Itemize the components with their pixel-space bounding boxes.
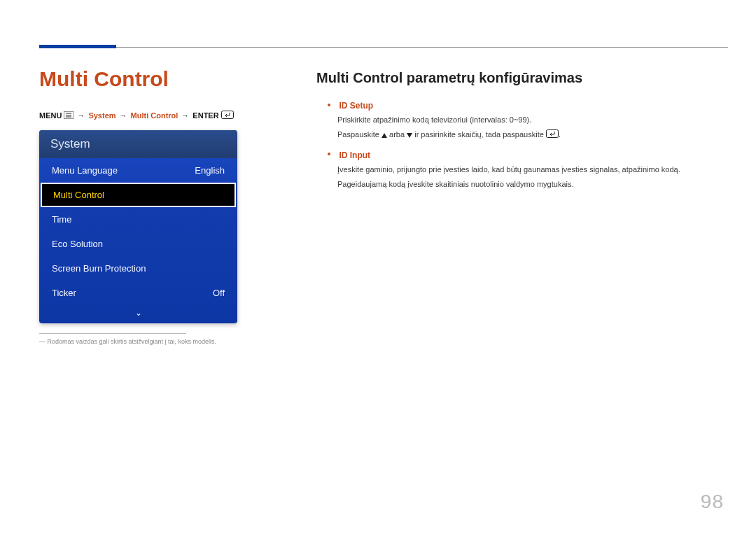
svg-rect-4: [221, 111, 233, 119]
item-header: ID Input: [316, 148, 714, 161]
footnote-mark: ―: [39, 338, 46, 345]
item-header: ID Setup: [316, 99, 714, 111]
osd-row-label: Multi Control: [53, 190, 104, 200]
breadcrumb-step-multicontrol: Multi Control: [131, 111, 178, 120]
osd-row-eco-solution[interactable]: Eco Solution: [39, 232, 237, 256]
osd-row-label: Screen Burn Protection: [52, 263, 146, 274]
osd-row-screen-burn[interactable]: Screen Burn Protection: [39, 256, 237, 281]
text-fragment: ir pasirinkite skaičių, tada paspauskite: [414, 130, 546, 139]
text-fragment: arba: [389, 130, 407, 139]
item-id-input: ID Input Įveskite gaminio, prijungto pri…: [316, 148, 714, 190]
item-body-line: Priskirkite atpažinimo kodą televizoriui…: [337, 114, 714, 126]
text-fragment: .: [559, 130, 561, 139]
osd-row-time[interactable]: Time: [39, 207, 237, 232]
page-title: Multi Control: [39, 67, 263, 91]
osd-row-value: Off: [213, 288, 225, 298]
osd-row-label: Menu Language: [52, 165, 118, 176]
breadcrumb: MENU → System → Multi Control → ENTER: [39, 111, 263, 120]
item-title: ID Input: [339, 150, 370, 160]
osd-row-ticker[interactable]: Ticker Off: [39, 281, 237, 305]
item-id-setup: ID Setup Priskirkite atpažinimo kodą tel…: [316, 99, 714, 141]
osd-row-value: English: [195, 165, 225, 176]
osd-panel: System Menu Language English Multi Contr…: [39, 130, 237, 323]
osd-scroll-down[interactable]: ⌄: [39, 305, 237, 323]
item-title: ID Setup: [339, 101, 373, 111]
osd-row-multi-control[interactable]: Multi Control: [41, 183, 236, 207]
breadcrumb-arrow-icon: →: [180, 111, 190, 120]
breadcrumb-arrow-icon: →: [118, 111, 129, 120]
menu-icon: [64, 111, 74, 120]
breadcrumb-enter-label: ENTER: [192, 111, 218, 120]
footnote-text: Rodomas vaizdas gali skirtis atsižvelgia…: [48, 338, 217, 345]
svg-rect-5: [546, 129, 558, 137]
footnote: ― Rodomas vaizdas gali skirtis atsižvelg…: [39, 338, 263, 345]
chevron-down-icon: ⌄: [135, 308, 142, 318]
footnote-divider: [39, 333, 186, 334]
text-fragment: Paspauskite: [337, 130, 382, 139]
osd-row-label: Ticker: [52, 288, 76, 298]
breadcrumb-step-system: System: [88, 111, 115, 120]
top-rule: [39, 47, 728, 48]
enter-icon: [546, 129, 559, 141]
right-column: Multi Control parametrų konfigūravimas I…: [316, 70, 714, 197]
item-body-line: Įveskite gaminio, prijungto prie įvestie…: [337, 164, 714, 176]
down-triangle-icon: [407, 133, 412, 138]
osd-row-menu-language[interactable]: Menu Language English: [39, 158, 237, 183]
item-body-line: Pageidaujamą kodą įveskite skaitiniais n…: [337, 178, 714, 190]
osd-row-label: Eco Solution: [52, 239, 103, 249]
breadcrumb-arrow-icon: →: [76, 111, 86, 120]
left-column: Multi Control MENU → System → Multi Cont…: [39, 67, 263, 345]
item-body-line: Paspauskite arba ir pasirinkite skaičių,…: [337, 129, 714, 141]
page-number: 98: [701, 491, 724, 513]
osd-title: System: [39, 130, 237, 158]
bullet-icon: [328, 153, 330, 155]
bullet-icon: [328, 104, 330, 106]
section-heading: Multi Control parametrų konfigūravimas: [316, 70, 714, 86]
top-accent-bar: [39, 45, 116, 48]
up-triangle-icon: [382, 133, 387, 138]
enter-icon: [221, 111, 234, 120]
osd-row-label: Time: [52, 214, 71, 225]
breadcrumb-menu-label: MENU: [39, 111, 62, 120]
